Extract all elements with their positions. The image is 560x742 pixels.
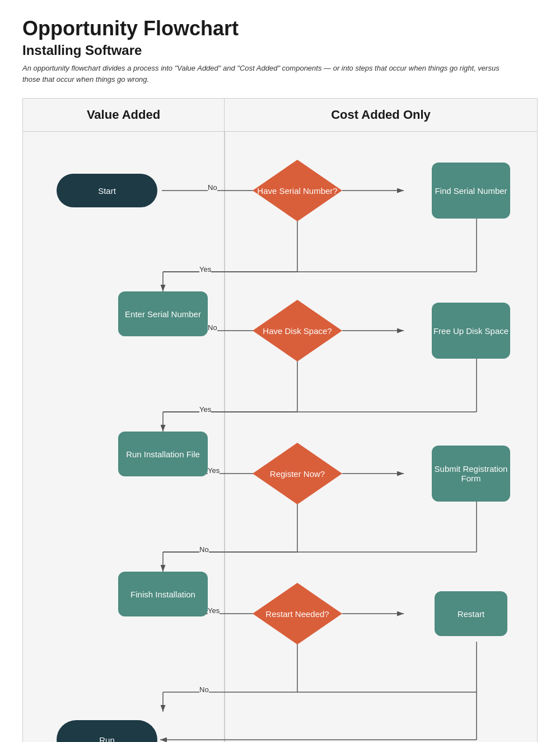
label-no-register: No — [199, 545, 209, 554]
label-yes-disk: Yes — [199, 405, 211, 414]
divider — [224, 132, 225, 742]
page-description: An opportunity flowchart divides a proce… — [22, 63, 504, 85]
enter-serial-node: Enter Serial Number — [118, 291, 208, 336]
find-serial-node: Find Serial Number — [432, 163, 510, 219]
run-node: Run — [57, 720, 157, 742]
run-install-node: Run Installation File — [118, 432, 208, 476]
label-no-restart: No — [199, 685, 209, 694]
label-yes-restart: Yes — [208, 606, 220, 615]
submit-reg-node: Submit Registration Form — [432, 446, 510, 502]
header-value-added: Value Added — [23, 99, 225, 131]
flowchart-header: Value Added Cost Added Only — [23, 99, 537, 132]
page-subtitle: Installing Software — [22, 43, 538, 58]
free-disk-node: Free Up Disk Space — [432, 303, 510, 359]
label-no-serial: No — [208, 183, 217, 192]
have-serial-node: Have Serial Number? — [253, 160, 342, 221]
header-cost-added: Cost Added Only — [225, 99, 537, 131]
start-node: Start — [57, 174, 157, 207]
finish-install-node: Finish Installation — [118, 572, 208, 616]
register-now-node: Register Now? — [253, 443, 342, 504]
restart-needed-node: Restart Needed? — [253, 583, 342, 644]
have-disk-node: Have Disk Space? — [253, 300, 342, 361]
flowchart-body: No Yes No Yes Yes No Yes No Start Have S… — [23, 132, 537, 742]
restart-node: Restart — [435, 591, 507, 636]
label-yes-serial: Yes — [199, 265, 211, 273]
label-yes-register: Yes — [208, 466, 220, 475]
page-title: Opportunity Flowchart — [22, 17, 538, 40]
label-no-disk: No — [208, 323, 217, 332]
arrows-svg — [23, 132, 537, 742]
flowchart: Value Added Cost Added Only — [22, 98, 538, 742]
